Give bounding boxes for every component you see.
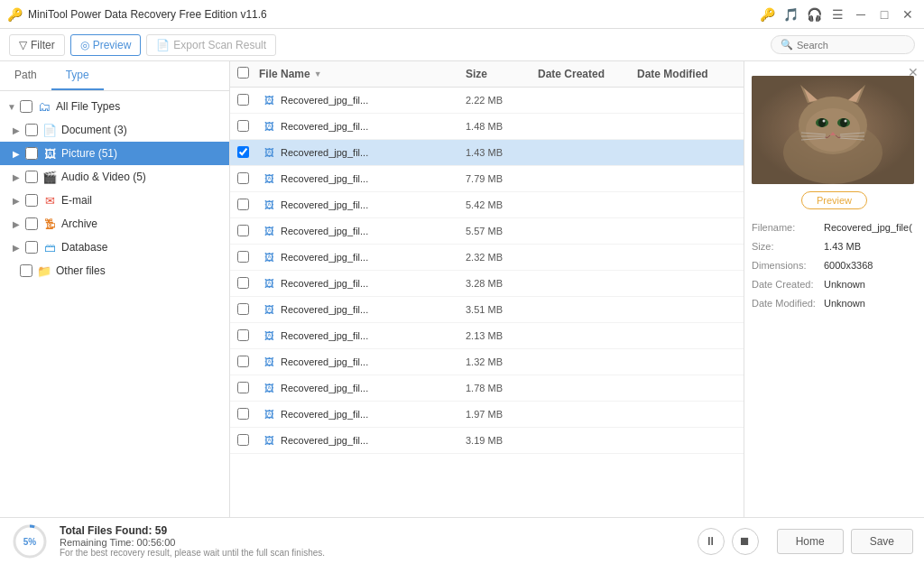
tree-item-document[interactable]: ▶ 📄 Document (3) [0, 118, 229, 142]
file-type-icon: 🖼 [259, 144, 279, 161]
table-row[interactable]: 🖼 Recovered_jpg_fil... 3.19 MB [230, 428, 744, 454]
close-button[interactable]: ✕ [899, 7, 917, 22]
row-checkbox[interactable] [237, 277, 249, 289]
pause-button[interactable]: ⏸ [698, 528, 725, 555]
image-icon: 🖼 [264, 226, 274, 236]
expand-arrow-archive: ▶ [13, 219, 25, 229]
search-box[interactable]: 🔍 [771, 35, 915, 54]
file-name-cell: Recovered_jpg_fil... [281, 226, 466, 236]
table-row[interactable]: 🖼 Recovered_jpg_fil... 5.57 MB [230, 218, 744, 245]
preview-action-button[interactable]: Preview [801, 191, 867, 209]
tree-panel: ▼ 🗂 All File Types ▶ 📄 Document (3) ▶ 🖼 … [0, 91, 229, 517]
checkbox-email[interactable] [25, 194, 38, 207]
row-checkbox[interactable] [237, 434, 249, 446]
tree-item-email[interactable]: ▶ ✉ E-mail [0, 189, 229, 212]
row-checkbox[interactable] [237, 303, 249, 315]
row-checkbox[interactable] [237, 329, 249, 341]
progress-ring-container: 5% [11, 522, 49, 560]
row-checkbox[interactable] [237, 172, 249, 184]
file-name-cell: Recovered_jpg_fil... [281, 199, 466, 210]
tree-label-all: All File Types [56, 100, 120, 113]
image-icon: 🖼 [264, 409, 274, 420]
checkbox-other[interactable] [20, 264, 32, 277]
tree-item-audio[interactable]: ▶ 🎬 Audio & Video (5) [0, 165, 229, 189]
preview-btn-row: Preview [752, 191, 917, 209]
tree-item-archive[interactable]: ▶ 🗜 Archive [0, 212, 229, 236]
table-row[interactable]: 🖼 Recovered_jpg_fil... 1.97 MB [230, 402, 744, 428]
file-name-cell: Recovered_jpg_fil... [281, 356, 466, 367]
select-all-checkbox[interactable] [237, 67, 249, 79]
file-type-icon: 🖼 [259, 328, 279, 344]
info-row-date-modified: Date Modified: Unknown [752, 294, 917, 313]
checkbox-doc[interactable] [25, 124, 38, 136]
table-row[interactable]: 🖼 Recovered_jpg_fil... 3.51 MB [230, 297, 744, 323]
row-checkbox[interactable] [237, 225, 249, 236]
expand-arrow-all: ▼ [7, 102, 20, 112]
tab-path[interactable]: Path [0, 61, 51, 90]
preview-image [752, 76, 914, 184]
checkbox-audio[interactable] [25, 171, 38, 183]
header-checkbox-col [237, 67, 259, 81]
row-checkbox[interactable] [237, 382, 249, 393]
row-checkbox[interactable] [237, 251, 249, 263]
preview-close-button[interactable]: ✕ [908, 65, 919, 79]
tab-type[interactable]: Type [51, 61, 104, 90]
table-row[interactable]: 🖼 Recovered_jpg_fil... 3.28 MB [230, 271, 744, 297]
stop-button[interactable]: ⏹ [732, 528, 759, 555]
music-icon[interactable]: 🎵 [781, 7, 799, 22]
tree-item-database[interactable]: ▶ 🗃 Database [0, 236, 229, 259]
row-checkbox[interactable] [237, 120, 249, 132]
image-icon: 🖼 [264, 121, 274, 132]
row-checkbox[interactable] [237, 94, 249, 106]
stop-icon: ⏹ [739, 534, 751, 548]
expand-arrow-email: ▶ [13, 196, 25, 206]
search-input[interactable] [797, 40, 905, 51]
other-files-icon: 📁 [36, 264, 52, 278]
row-checkbox[interactable] [237, 199, 249, 210]
table-row[interactable]: 🖼 Recovered_jpg_fil... 1.32 MB [230, 349, 744, 375]
save-button[interactable]: Save [851, 529, 913, 554]
table-row[interactable]: 🖼 Recovered_jpg_fil... 5.42 MB [230, 192, 744, 218]
svg-point-14 [845, 120, 847, 123]
key-icon[interactable]: 🔑 [758, 7, 776, 22]
file-size-cell: 1.32 MB [466, 356, 538, 367]
table-row[interactable]: 🖼 Recovered_jpg_fil... 7.79 MB [230, 166, 744, 192]
checkbox-pic[interactable] [25, 147, 38, 160]
table-row[interactable]: 🖼 Recovered_jpg_fil... 2.32 MB [230, 245, 744, 271]
image-icon: 🖼 [264, 147, 274, 158]
headphone-icon[interactable]: 🎧 [805, 7, 823, 22]
file-list: 🖼 Recovered_jpg_fil... 2.22 MB 🖼 Recover… [230, 88, 744, 517]
checkbox-all[interactable] [20, 100, 32, 113]
table-row[interactable]: 🖼 Recovered_jpg_fil... 1.78 MB [230, 375, 744, 402]
tree-item-picture[interactable]: ▶ 🖼 Picture (51) [0, 142, 229, 165]
table-row[interactable]: 🖼 Recovered_jpg_fil... 2.13 MB [230, 323, 744, 349]
table-row[interactable]: 🖼 Recovered_jpg_fil... 2.22 MB [230, 88, 744, 114]
export-label: Export Scan Result [173, 39, 266, 51]
preview-toggle-button[interactable]: ◎ Preview [70, 34, 142, 56]
export-button[interactable]: 📄 Export Scan Result [146, 34, 276, 56]
svg-point-11 [818, 118, 826, 127]
archive-icon: 🗜 [42, 217, 58, 231]
row-checkbox[interactable] [237, 408, 249, 420]
table-row[interactable]: 🖼 Recovered_jpg_fil... 1.43 MB [230, 140, 744, 166]
menu-icon[interactable]: ☰ [828, 7, 846, 22]
minimize-button[interactable]: ─ [852, 7, 870, 22]
checkbox-archive[interactable] [25, 217, 38, 230]
filter-button[interactable]: ▽ Filter [9, 34, 65, 56]
file-size-cell: 3.28 MB [466, 278, 538, 289]
email-icon: ✉ [42, 193, 58, 208]
date-created-label: Date Created: [752, 275, 824, 294]
filename-label: Filename: [752, 218, 824, 237]
home-button[interactable]: Home [777, 529, 844, 554]
maximize-button[interactable]: □ [875, 7, 893, 22]
file-size-cell: 1.48 MB [466, 121, 538, 132]
expand-arrow-pic: ▶ [13, 149, 25, 159]
row-checkbox[interactable] [237, 356, 249, 367]
tree-item-other[interactable]: 📁 Other files [0, 259, 229, 282]
row-checkbox[interactable] [237, 146, 249, 158]
tree-item-all[interactable]: ▼ 🗂 All File Types [0, 95, 229, 118]
table-row[interactable]: 🖼 Recovered_jpg_fil... 1.48 MB [230, 114, 744, 140]
tree-label-email: E-mail [61, 194, 92, 207]
header-date-created: Date Created [538, 68, 637, 80]
checkbox-db[interactable] [25, 241, 38, 254]
